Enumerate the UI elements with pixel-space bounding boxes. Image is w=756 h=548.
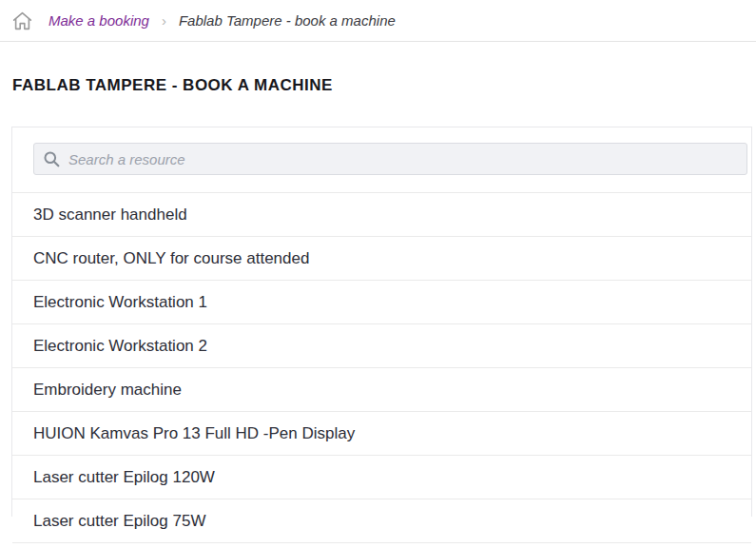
breadcrumb: Make a booking › Fablab Tampere - book a… — [0, 0, 756, 42]
resource-list-item[interactable]: Electronic Workstation 1 — [12, 281, 751, 324]
resource-list-item[interactable]: Electronic Workstation 2 — [12, 324, 751, 368]
breadcrumb-link-make-a-booking[interactable]: Make a booking — [48, 12, 149, 29]
resource-list-item[interactable]: 3D scanner handheld — [12, 193, 751, 237]
search-input[interactable] — [61, 144, 746, 174]
home-icon — [11, 10, 33, 31]
breadcrumb-separator: › — [162, 12, 166, 29]
search-icon — [43, 150, 61, 168]
home-link[interactable] — [11, 10, 33, 31]
resource-list: 3D scanner handheld CNC router, ONLY for… — [12, 192, 751, 543]
search-wrap — [12, 127, 751, 175]
search-box[interactable] — [33, 143, 747, 175]
resource-list-item[interactable]: HUION Kamvas Pro 13 Full HD -Pen Display — [12, 412, 751, 456]
booking-card: 3D scanner handheld CNC router, ONLY for… — [11, 127, 752, 517]
page-title: FABLAB TAMPERE - BOOK A MACHINE — [12, 77, 756, 94]
resource-list-item[interactable]: Embroidery machine — [12, 368, 751, 412]
resource-list-item[interactable]: Laser cutter Epilog 75W — [12, 499, 751, 543]
resource-list-item[interactable]: Laser cutter Epilog 120W — [12, 456, 751, 499]
resource-list-item[interactable]: CNC router, ONLY for course attended — [12, 237, 751, 281]
breadcrumb-current-page: Fablab Tampere - book a machine — [179, 12, 396, 29]
